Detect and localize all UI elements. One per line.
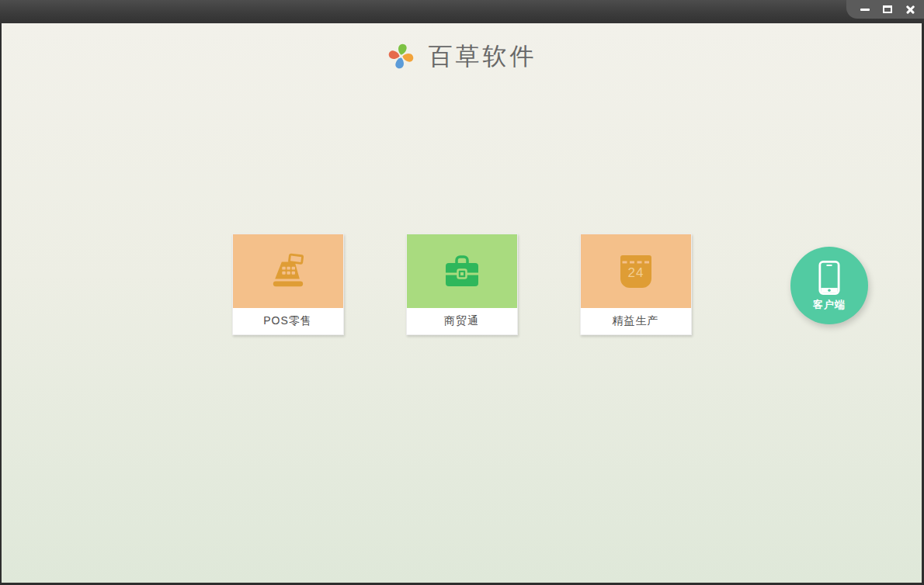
product-card-lean-tile: 24 — [581, 234, 691, 308]
calendar-icon: 24 — [620, 254, 652, 289]
client-button-label: 客户端 — [813, 298, 846, 312]
app-title: 百草软件 — [429, 44, 537, 68]
product-card-pos[interactable]: POS零售 — [232, 234, 344, 335]
product-cards: POS零售 商贸通 — [2, 234, 922, 335]
maximize-icon — [883, 5, 892, 13]
close-button[interactable] — [904, 3, 916, 16]
product-card-label: 精益生产 — [581, 308, 691, 334]
product-card-trade[interactable]: 商贸通 — [406, 234, 518, 335]
product-card-pos-tile — [233, 234, 343, 308]
briefcase-icon — [444, 255, 480, 288]
minimize-button[interactable] — [859, 3, 871, 16]
titlebar[interactable] — [0, 0, 924, 23]
calendar-day-number: 24 — [627, 265, 644, 280]
main-content: 百草软件 — [2, 23, 922, 583]
app-window: 百草软件 — [0, 0, 924, 585]
smartphone-icon — [818, 260, 840, 296]
window-controls — [846, 0, 924, 19]
client-button[interactable]: 客户端 — [790, 247, 868, 324]
product-card-label: 商贸通 — [407, 308, 517, 334]
product-card-trade-tile — [407, 234, 517, 308]
app-logo: 百草软件 — [2, 42, 922, 71]
product-card-lean[interactable]: 24 精益生产 — [580, 234, 692, 335]
cash-register-icon — [269, 253, 307, 290]
maximize-button[interactable] — [881, 3, 894, 16]
product-card-label: POS零售 — [233, 308, 343, 334]
close-icon — [905, 5, 915, 15]
pinwheel-icon — [387, 42, 415, 71]
minimize-icon — [860, 9, 870, 11]
